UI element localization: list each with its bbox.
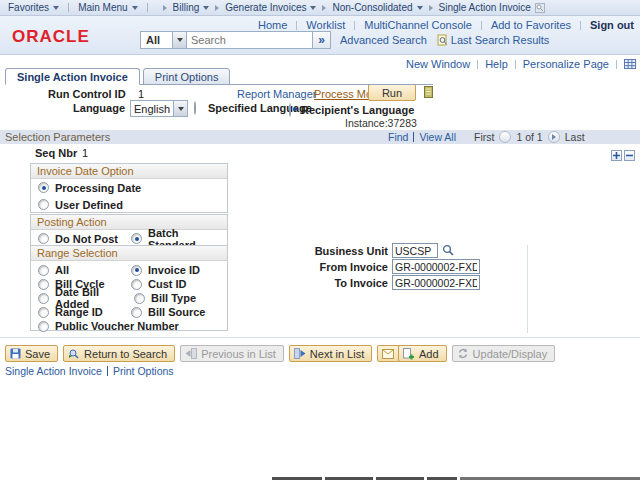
seq-nbr-label: Seq Nbr	[35, 147, 77, 159]
add-button[interactable]: Add	[398, 345, 447, 362]
last-search-results-link[interactable]: Last Search Results	[451, 34, 549, 46]
add-to-favorites-link[interactable]: Add to Favorites	[491, 19, 571, 31]
breadcrumb-main-menu[interactable]: Main Menu	[78, 2, 137, 13]
button-label: Next in List	[310, 348, 364, 360]
oracle-logo: ORACLE	[12, 27, 90, 47]
bill-cycle-radio[interactable]	[38, 279, 49, 290]
divider	[580, 21, 581, 30]
invoice-id-radio[interactable]	[131, 265, 142, 276]
processing-date-radio[interactable]	[38, 182, 49, 193]
from-invoice-label: From Invoice	[296, 261, 388, 273]
home-link[interactable]: Home	[258, 19, 287, 31]
breadcrumb-billing[interactable]: Billing	[173, 2, 210, 13]
tab-print-options[interactable]: Print Options	[143, 68, 231, 85]
add-icon	[403, 348, 415, 360]
date-bill-added-radio[interactable]	[38, 293, 49, 304]
posting-action-group: Posting Action Do Not Post Batch Standar…	[30, 214, 228, 247]
from-invoice-field[interactable]	[392, 259, 480, 274]
radio-label: Range ID	[55, 306, 103, 318]
bill-source-radio[interactable]	[131, 307, 142, 318]
breadcrumb-page-icon	[535, 3, 545, 13]
prev-page-icon[interactable]	[499, 131, 511, 143]
search-submit-icon[interactable]: »	[313, 31, 331, 49]
search-input[interactable]	[187, 31, 313, 49]
footer-single-action-invoice-link[interactable]: Single Action Invoice	[5, 365, 102, 377]
report-manager-link[interactable]: Report Manager	[237, 88, 317, 100]
cust-id-radio[interactable]	[131, 279, 142, 290]
page-footer-links: Single Action Invoice Print Options	[5, 365, 174, 377]
dropdown-button[interactable]	[173, 101, 187, 116]
process-list-icon[interactable]	[424, 86, 433, 98]
radio-label: All	[55, 264, 69, 276]
specified-language-radio[interactable]	[194, 101, 196, 115]
divider	[515, 60, 516, 69]
return-to-search-icon	[68, 348, 80, 359]
personalize-grid-icon[interactable]	[624, 59, 636, 69]
footer-print-options-link[interactable]: Print Options	[113, 365, 174, 377]
button-label: Return to Search	[84, 348, 167, 360]
next-page-icon[interactable]	[548, 131, 560, 143]
first-label: First	[474, 131, 494, 143]
bill-type-radio[interactable]	[134, 293, 145, 304]
chevron-down-icon	[178, 107, 184, 111]
radio-label: Bill Type	[151, 292, 196, 304]
page-tabs: Single Action Invoice Print Options	[5, 68, 230, 85]
last-label: Last	[565, 131, 585, 143]
breadcrumb-separator-icon	[163, 5, 167, 11]
personalize-page-link[interactable]: Personalize Page	[523, 58, 609, 70]
breadcrumb-non-consolidated[interactable]: Non-Consolidated	[332, 2, 422, 13]
user-defined-radio[interactable]	[38, 199, 49, 210]
breadcrumb-generate-invoices[interactable]: Generate Invoices	[225, 2, 316, 13]
breadcrumb-favorites[interactable]: Favorites	[8, 2, 59, 13]
delete-row-icon[interactable]	[624, 150, 635, 161]
advanced-search-link[interactable]: Advanced Search	[340, 34, 427, 46]
help-link[interactable]: Help	[485, 58, 508, 70]
breadcrumb-divider	[68, 3, 69, 12]
batch-standard-radio[interactable]	[131, 233, 142, 244]
breadcrumb-label: Single Action Invoice	[439, 2, 531, 13]
search-scope-value: All	[141, 34, 165, 46]
app-header: ORACLE Home Worklist MultiChannel Consol…	[0, 16, 640, 55]
add-row-icon[interactable]	[611, 150, 622, 161]
selection-parameters-bar: Selection Parameters Find View All First…	[0, 130, 640, 144]
range-id-radio[interactable]	[38, 307, 49, 318]
dropdown-button[interactable]	[172, 32, 186, 48]
multichannel-console-link[interactable]: MultiChannel Console	[364, 19, 472, 31]
breadcrumb-label: Billing	[173, 2, 200, 13]
do-not-post-radio[interactable]	[38, 233, 49, 244]
divider	[354, 21, 355, 30]
search-scope-select[interactable]: All	[140, 31, 187, 49]
all-radio[interactable]	[38, 265, 49, 276]
return-to-search-button[interactable]: Return to Search	[63, 345, 175, 362]
recipients-language-radio[interactable]	[289, 103, 291, 117]
breadcrumb-label: Favorites	[8, 2, 49, 13]
sign-out-link[interactable]: Sign out	[590, 19, 634, 31]
update-display-button: Update/Display	[452, 345, 556, 362]
find-link[interactable]: Find	[388, 131, 408, 143]
to-invoice-field[interactable]	[392, 275, 480, 290]
public-voucher-number-radio[interactable]	[38, 321, 49, 332]
run-control-id-value: 1	[138, 88, 144, 100]
next-in-list-button[interactable]: Next in List	[289, 345, 372, 362]
new-window-link[interactable]: New Window	[406, 58, 470, 70]
page-links: New Window Help Personalize Page	[406, 58, 636, 70]
worklist-link[interactable]: Worklist	[306, 19, 345, 31]
business-unit-field[interactable]	[392, 243, 438, 258]
notify-icon	[382, 349, 394, 359]
vertical-divider	[527, 245, 528, 333]
run-button[interactable]: Run	[368, 84, 416, 101]
divider	[477, 60, 478, 69]
invoice-date-option-group: Invoice Date Option Processing Date User…	[30, 163, 228, 213]
view-all-link[interactable]: View All	[419, 131, 456, 143]
section-divider	[0, 337, 640, 338]
tab-single-action-invoice[interactable]: Single Action Invoice	[5, 68, 140, 85]
button-label: Update/Display	[473, 348, 548, 360]
previous-in-list-button: Previous in List	[180, 345, 284, 362]
scroll-area-pager: Find View All First 1 of 1 Last	[388, 131, 585, 143]
language-value: English	[131, 103, 170, 115]
save-button[interactable]: Save	[5, 345, 58, 362]
divider	[107, 366, 108, 376]
radio-label: Bill Source	[148, 306, 205, 318]
language-select[interactable]: English	[130, 100, 188, 117]
business-unit-lookup-icon[interactable]	[442, 244, 455, 257]
